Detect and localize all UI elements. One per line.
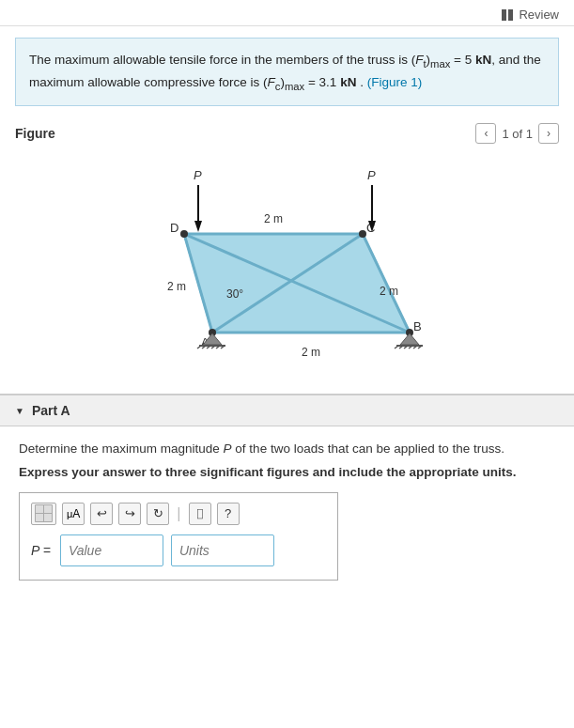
figure-link[interactable]: (Figure 1)	[367, 75, 423, 89]
svg-rect-1	[508, 9, 513, 21]
node-C	[359, 230, 366, 238]
dim-bottom: 2 m	[302, 346, 320, 359]
truss-diagram: D C A B P P 2 m 2 m 2 m 2 m 30°	[118, 159, 457, 375]
dim-left: 2 m	[167, 280, 186, 293]
dim-DC: 2 m	[264, 212, 283, 225]
redo-button[interactable]: ↪	[118, 503, 141, 525]
figure-canvas: D C A B P P 2 m 2 m 2 m 2 m 30°	[15, 149, 559, 394]
top-bar: Review	[0, 0, 574, 26]
p-label: P =	[31, 543, 51, 558]
unit-button[interactable]: μA	[62, 503, 85, 525]
refresh-button[interactable]: ↻	[147, 503, 169, 525]
part-description: Determine the maximum magnitude P of the…	[19, 440, 555, 458]
label-P-right: P	[367, 168, 376, 182]
arrow-head-D	[194, 221, 202, 232]
figure-title: Figure	[15, 126, 55, 141]
svg-rect-0	[502, 9, 506, 21]
help-button[interactable]: ?	[217, 503, 240, 525]
part-instruction: Express your answer to three significant…	[19, 465, 555, 479]
part-body: Determine the maximum magnitude P of the…	[0, 426, 574, 593]
label-B: B	[413, 319, 422, 333]
part-title: Part A	[32, 403, 70, 418]
review-label: Review	[519, 8, 559, 22]
info-text-part1: The maximum allowable tensile force in t…	[29, 53, 541, 89]
part-collapse-arrow[interactable]: ▼	[15, 406, 24, 416]
node-D	[180, 230, 188, 238]
figure-nav: ‹ 1 of 1 ›	[475, 123, 559, 144]
label-D: D	[170, 221, 178, 235]
part-header: ▼ Part A	[0, 395, 574, 426]
units-input[interactable]	[171, 534, 274, 566]
input-row: P =	[31, 534, 326, 566]
figure-header: Figure ‹ 1 of 1 ›	[15, 117, 559, 149]
matrix-button[interactable]	[31, 503, 56, 525]
dim-right: 2 m	[380, 285, 398, 298]
label-P-left: P	[194, 168, 202, 182]
figure-page-label: 1 of 1	[502, 127, 533, 141]
review-icon	[502, 9, 515, 21]
undo-button[interactable]: ↩	[90, 503, 113, 525]
value-input[interactable]	[60, 534, 163, 566]
figure-section: Figure ‹ 1 of 1 ›	[15, 117, 559, 394]
angle-label: 30°	[226, 287, 243, 301]
answer-toolbar: μA ↩ ↪ ↻ | ⌷ ?	[31, 503, 326, 525]
support-B	[400, 333, 419, 345]
figure-next-button[interactable]: ›	[538, 123, 559, 144]
figure-prev-button[interactable]: ‹	[475, 123, 496, 144]
info-box: The maximum allowable tensile force in t…	[15, 38, 559, 106]
answer-box: μA ↩ ↪ ↻ | ⌷ ? P =	[19, 492, 338, 581]
toolbar-separator: |	[177, 505, 180, 522]
keyboard-button[interactable]: ⌷	[189, 503, 211, 525]
review-link[interactable]: Review	[502, 8, 559, 22]
